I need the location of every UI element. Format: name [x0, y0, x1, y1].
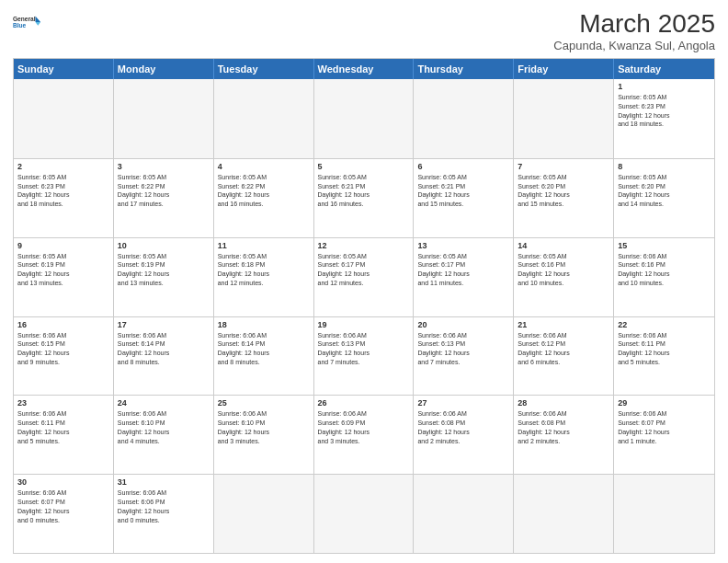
- day-number-3: 3: [118, 162, 210, 171]
- day-info-26: Sunrise: 6:06 AM Sunset: 6:09 PM Dayligh…: [318, 409, 410, 445]
- day-number-23: 23: [17, 398, 109, 408]
- cell-2-6: 15Sunrise: 6:06 AM Sunset: 6:16 PM Dayli…: [614, 238, 714, 316]
- cell-3-3: 19Sunrise: 6:06 AM Sunset: 6:13 PM Dayli…: [314, 317, 415, 396]
- cell-5-0: 30Sunrise: 6:06 AM Sunset: 6:07 PM Dayli…: [14, 475, 114, 553]
- day-info-18: Sunrise: 6:06 AM Sunset: 6:14 PM Dayligh…: [218, 331, 310, 367]
- day-number-22: 22: [618, 320, 711, 329]
- day-number-11: 11: [218, 241, 310, 250]
- cell-0-6: 1Sunrise: 6:05 AM Sunset: 6:23 PM Daylig…: [614, 79, 714, 158]
- week-row-1: 2Sunrise: 6:05 AM Sunset: 6:23 PM Daylig…: [14, 158, 714, 237]
- day-info-30: Sunrise: 6:06 AM Sunset: 6:07 PM Dayligh…: [17, 488, 109, 524]
- day-number-17: 17: [118, 320, 210, 329]
- day-number-24: 24: [118, 398, 210, 408]
- cell-1-4: 6Sunrise: 6:05 AM Sunset: 6:21 PM Daylig…: [414, 159, 514, 237]
- cell-2-3: 12Sunrise: 6:05 AM Sunset: 6:17 PM Dayli…: [314, 238, 415, 316]
- cell-1-0: 2Sunrise: 6:05 AM Sunset: 6:23 PM Daylig…: [14, 159, 114, 237]
- cell-3-6: 22Sunrise: 6:06 AM Sunset: 6:11 PM Dayli…: [614, 317, 714, 396]
- day-info-25: Sunrise: 6:06 AM Sunset: 6:10 PM Dayligh…: [218, 409, 310, 445]
- day-number-27: 27: [417, 398, 509, 408]
- cell-0-4: [414, 79, 514, 158]
- week-row-0: 1Sunrise: 6:05 AM Sunset: 6:23 PM Daylig…: [14, 79, 714, 158]
- week-row-5: 30Sunrise: 6:06 AM Sunset: 6:07 PM Dayli…: [14, 474, 714, 553]
- day-number-21: 21: [518, 320, 609, 329]
- day-number-29: 29: [618, 398, 711, 408]
- calendar: Sunday Monday Tuesday Wednesday Thursday…: [13, 58, 715, 554]
- day-info-21: Sunrise: 6:06 AM Sunset: 6:12 PM Dayligh…: [518, 331, 609, 367]
- cell-3-4: 20Sunrise: 6:06 AM Sunset: 6:13 PM Dayli…: [414, 317, 514, 396]
- day-info-24: Sunrise: 6:06 AM Sunset: 6:10 PM Dayligh…: [118, 409, 210, 445]
- day-info-15: Sunrise: 6:06 AM Sunset: 6:16 PM Dayligh…: [618, 252, 711, 288]
- week-row-2: 9Sunrise: 6:05 AM Sunset: 6:19 PM Daylig…: [14, 237, 714, 316]
- cell-4-5: 28Sunrise: 6:06 AM Sunset: 6:08 PM Dayli…: [514, 396, 614, 474]
- day-info-22: Sunrise: 6:06 AM Sunset: 6:11 PM Dayligh…: [618, 331, 711, 367]
- cell-4-2: 25Sunrise: 6:06 AM Sunset: 6:10 PM Dayli…: [214, 396, 314, 474]
- cell-5-1: 31Sunrise: 6:06 AM Sunset: 6:06 PM Dayli…: [114, 475, 214, 553]
- day-number-4: 4: [218, 162, 310, 171]
- day-info-7: Sunrise: 6:05 AM Sunset: 6:20 PM Dayligh…: [518, 173, 609, 209]
- day-number-2: 2: [17, 162, 109, 171]
- day-number-16: 16: [17, 320, 109, 329]
- svg-text:General: General: [13, 16, 36, 22]
- cell-5-5: [514, 475, 614, 553]
- cell-4-3: 26Sunrise: 6:06 AM Sunset: 6:09 PM Dayli…: [314, 396, 415, 474]
- cell-2-2: 11Sunrise: 6:05 AM Sunset: 6:18 PM Dayli…: [214, 238, 314, 316]
- day-number-18: 18: [218, 320, 310, 329]
- cell-0-1: [114, 79, 214, 158]
- day-info-16: Sunrise: 6:06 AM Sunset: 6:15 PM Dayligh…: [17, 331, 109, 367]
- svg-marker-3: [35, 22, 40, 26]
- cell-1-3: 5Sunrise: 6:05 AM Sunset: 6:21 PM Daylig…: [314, 159, 415, 237]
- day-info-29: Sunrise: 6:06 AM Sunset: 6:07 PM Dayligh…: [618, 409, 711, 445]
- cell-0-0: [14, 79, 114, 158]
- day-info-13: Sunrise: 6:05 AM Sunset: 6:17 PM Dayligh…: [417, 252, 509, 288]
- week-row-4: 23Sunrise: 6:06 AM Sunset: 6:11 PM Dayli…: [14, 395, 714, 474]
- day-number-1: 1: [618, 82, 711, 91]
- cell-1-1: 3Sunrise: 6:05 AM Sunset: 6:22 PM Daylig…: [114, 159, 214, 237]
- day-info-1: Sunrise: 6:05 AM Sunset: 6:23 PM Dayligh…: [618, 93, 711, 129]
- header-friday: Friday: [514, 59, 614, 79]
- cell-3-2: 18Sunrise: 6:06 AM Sunset: 6:14 PM Dayli…: [214, 317, 314, 396]
- header-tuesday: Tuesday: [214, 59, 314, 79]
- cell-2-1: 10Sunrise: 6:05 AM Sunset: 6:19 PM Dayli…: [114, 238, 214, 316]
- cell-1-6: 8Sunrise: 6:05 AM Sunset: 6:20 PM Daylig…: [614, 159, 714, 237]
- day-number-15: 15: [618, 241, 711, 250]
- day-info-5: Sunrise: 6:05 AM Sunset: 6:21 PM Dayligh…: [318, 173, 410, 209]
- subtitle: Capunda, Kwanza Sul, Angola: [553, 39, 715, 52]
- cell-3-5: 21Sunrise: 6:06 AM Sunset: 6:12 PM Dayli…: [514, 317, 614, 396]
- day-number-7: 7: [518, 162, 609, 171]
- day-info-28: Sunrise: 6:06 AM Sunset: 6:08 PM Dayligh…: [518, 409, 609, 445]
- main-title: March 2025: [553, 9, 715, 39]
- day-info-4: Sunrise: 6:05 AM Sunset: 6:22 PM Dayligh…: [218, 173, 310, 209]
- day-info-10: Sunrise: 6:05 AM Sunset: 6:19 PM Dayligh…: [118, 252, 210, 288]
- cell-2-0: 9Sunrise: 6:05 AM Sunset: 6:19 PM Daylig…: [14, 238, 114, 316]
- page: GeneralBlue March 2025 Capunda, Kwanza S…: [0, 0, 728, 563]
- day-info-8: Sunrise: 6:05 AM Sunset: 6:20 PM Dayligh…: [618, 173, 711, 209]
- cell-0-3: [314, 79, 415, 158]
- header-sunday: Sunday: [14, 59, 114, 79]
- day-number-20: 20: [417, 320, 509, 329]
- day-number-14: 14: [518, 241, 609, 250]
- header-saturday: Saturday: [614, 59, 714, 79]
- day-number-30: 30: [17, 477, 109, 487]
- day-number-5: 5: [318, 162, 410, 171]
- svg-text:Blue: Blue: [13, 22, 27, 29]
- header-thursday: Thursday: [414, 59, 514, 79]
- cell-2-4: 13Sunrise: 6:05 AM Sunset: 6:17 PM Dayli…: [414, 238, 514, 316]
- cell-5-3: [314, 475, 415, 553]
- day-info-14: Sunrise: 6:05 AM Sunset: 6:16 PM Dayligh…: [518, 252, 609, 288]
- day-info-17: Sunrise: 6:06 AM Sunset: 6:14 PM Dayligh…: [118, 331, 210, 367]
- day-info-20: Sunrise: 6:06 AM Sunset: 6:13 PM Dayligh…: [417, 331, 509, 367]
- day-info-2: Sunrise: 6:05 AM Sunset: 6:23 PM Dayligh…: [17, 173, 109, 209]
- day-number-13: 13: [417, 241, 509, 250]
- cell-4-4: 27Sunrise: 6:06 AM Sunset: 6:08 PM Dayli…: [414, 396, 514, 474]
- svg-marker-2: [35, 16, 40, 22]
- header-monday: Monday: [114, 59, 214, 79]
- cell-5-4: [414, 475, 514, 553]
- day-info-19: Sunrise: 6:06 AM Sunset: 6:13 PM Dayligh…: [318, 331, 410, 367]
- day-info-12: Sunrise: 6:05 AM Sunset: 6:17 PM Dayligh…: [318, 252, 410, 288]
- day-number-26: 26: [318, 398, 410, 408]
- cell-0-2: [214, 79, 314, 158]
- day-number-10: 10: [118, 241, 210, 250]
- header-wednesday: Wednesday: [314, 59, 415, 79]
- cell-3-1: 17Sunrise: 6:06 AM Sunset: 6:14 PM Dayli…: [114, 317, 214, 396]
- cell-2-5: 14Sunrise: 6:05 AM Sunset: 6:16 PM Dayli…: [514, 238, 614, 316]
